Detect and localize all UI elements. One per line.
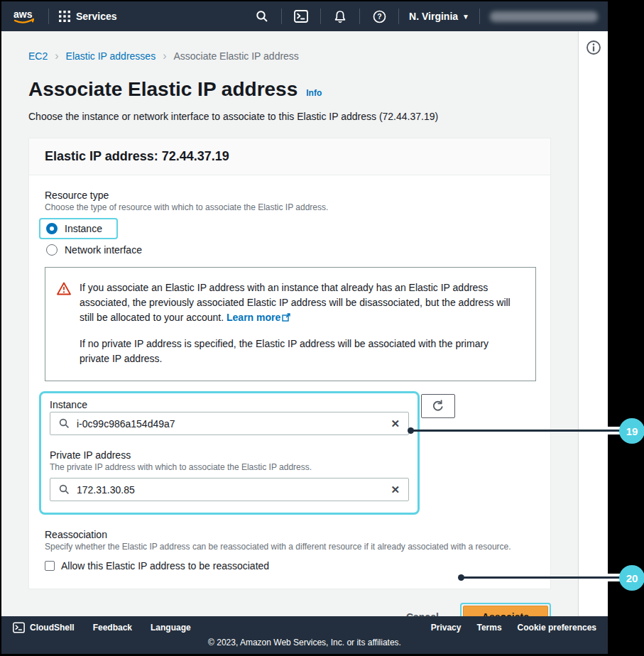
divider: [398, 9, 399, 24]
footer-copyright: © 2023, Amazon Web Services, Inc. or its…: [13, 638, 596, 647]
breadcrumb: EC2 › Elastic IP addresses › Associate E…: [28, 50, 551, 62]
warning-alert: If you associate an Elastic IP address w…: [45, 267, 536, 381]
divider: [281, 9, 282, 24]
checkbox-unchecked-icon[interactable]: [45, 561, 55, 571]
resource-type-description: Choose the type of resource with which t…: [45, 202, 535, 212]
help-button[interactable]: ?: [370, 7, 388, 26]
divider: [479, 9, 480, 24]
services-label: Services: [76, 11, 117, 22]
search-icon: [59, 484, 70, 495]
search-button[interactable]: [253, 7, 271, 26]
breadcrumb-ec2[interactable]: EC2: [28, 50, 48, 62]
reassociation-label: Reassociation: [45, 529, 535, 540]
radio-instance[interactable]: Instance: [46, 223, 102, 234]
footer-privacy-link[interactable]: Privacy: [431, 623, 462, 633]
clear-icon[interactable]: ✕: [391, 417, 400, 430]
help-panel-rail: [578, 31, 608, 616]
instance-label: Instance: [50, 399, 409, 410]
reassociation-description: Specify whether the Elastic IP address c…: [45, 542, 535, 552]
aws-logo-icon: aws: [11, 8, 38, 25]
learn-more-link[interactable]: Learn more: [227, 312, 290, 323]
aws-console-window: aws Services: [1, 1, 608, 654]
card-header: Elastic IP address: 72.44.37.19: [29, 138, 550, 175]
svg-text:aws: aws: [13, 9, 33, 20]
refresh-button[interactable]: [421, 394, 455, 418]
services-menu[interactable]: Services: [59, 11, 117, 22]
search-icon: [256, 10, 268, 23]
resource-type-label: Resource type: [45, 190, 535, 201]
breadcrumb-elastic-ips[interactable]: Elastic IP addresses: [66, 50, 156, 62]
radio-instance-label: Instance: [65, 223, 102, 234]
clear-icon[interactable]: ✕: [391, 483, 400, 496]
associate-button[interactable]: Associate: [463, 606, 548, 616]
notifications-button[interactable]: [331, 7, 349, 26]
cancel-button[interactable]: Cancel: [406, 611, 439, 616]
info-icon[interactable]: [586, 40, 601, 55]
instance-radio-highlight: Instance: [39, 218, 118, 239]
top-navigation-bar: aws Services: [1, 1, 608, 31]
chevron-right-icon: ›: [55, 50, 58, 62]
grid-icon: [59, 11, 70, 22]
instance-input[interactable]: i-0c99c986a154d49a7 ✕: [50, 412, 409, 435]
search-icon: [59, 418, 70, 429]
svg-text:?: ?: [377, 12, 381, 21]
private-ip-description: The private IP address with which to ass…: [50, 462, 409, 472]
footer-cloudshell-label: CloudShell: [30, 623, 75, 633]
callout-line-20: [461, 576, 621, 579]
cloudshell-icon: [13, 622, 25, 633]
divider: [48, 9, 49, 24]
divider: [320, 9, 321, 24]
private-ip-input[interactable]: 172.31.30.85 ✕: [50, 478, 409, 501]
callout-badge-20: 20: [619, 565, 644, 591]
private-ip-input-value: 172.31.30.85: [77, 484, 383, 496]
cloudshell-icon: [294, 10, 308, 23]
footer-terms-link[interactable]: Terms: [476, 623, 501, 633]
footer-feedback-link[interactable]: Feedback: [93, 623, 132, 633]
page-title: Associate Elastic IP address: [28, 78, 298, 101]
refresh-icon: [432, 400, 444, 412]
bell-icon: [334, 10, 346, 23]
radio-network-interface-label: Network interface: [65, 244, 142, 256]
radio-selected-icon[interactable]: [46, 223, 58, 234]
associate-form-card: Elastic IP address: 72.44.37.19 Resource…: [28, 138, 551, 589]
warning-triangle-icon: [57, 282, 71, 295]
footer-cookie-preferences-link[interactable]: Cookie preferences: [518, 623, 596, 633]
cloudshell-button[interactable]: [292, 7, 310, 26]
chevron-down-icon: ▼: [462, 13, 469, 21]
info-link[interactable]: Info: [306, 88, 322, 98]
chevron-right-icon: ›: [163, 50, 166, 62]
question-icon: ?: [373, 10, 386, 23]
callout-badge-19: 19: [619, 418, 644, 444]
aws-logo[interactable]: aws: [11, 8, 38, 25]
warning-paragraph-1: If you associate an Elastic IP address w…: [80, 280, 514, 325]
reassociation-checkbox-row[interactable]: Allow this Elastic IP address to be reas…: [45, 560, 535, 572]
reassociation-checkbox-label: Allow this Elastic IP address to be reas…: [61, 560, 269, 572]
footer-cloudshell-link[interactable]: CloudShell: [13, 622, 75, 633]
breadcrumb-current: Associate Elastic IP address: [173, 50, 298, 62]
footer-language-link[interactable]: Language: [151, 623, 191, 633]
callout-dot-20: [458, 574, 464, 581]
external-link-icon: [282, 313, 290, 322]
account-name-redacted[interactable]: [490, 11, 598, 22]
warning-paragraph-2: If no private IP address is specified, t…: [80, 337, 514, 366]
callout-dot-19: [408, 427, 414, 434]
main-content: EC2 › Elastic IP addresses › Associate E…: [1, 31, 578, 616]
radio-unselected-icon[interactable]: [46, 244, 58, 256]
region-label: N. Virginia: [409, 11, 458, 22]
divider: [359, 9, 360, 24]
instance-input-value: i-0c99c986a154d49a7: [77, 418, 383, 430]
card-title: Elastic IP address: 72.44.37.19: [45, 149, 535, 164]
instance-fields-highlight: Instance i-0c99c986a154d49a7 ✕ Private I…: [39, 391, 420, 515]
associate-button-highlight: Associate: [460, 603, 551, 616]
footer: CloudShell Feedback Language Privacy Ter…: [1, 616, 608, 654]
private-ip-label: Private IP address: [50, 449, 409, 461]
region-selector[interactable]: N. Virginia ▼: [409, 11, 469, 22]
radio-network-interface[interactable]: Network interface: [45, 244, 535, 256]
callout-line-19: [410, 430, 621, 432]
page-subtitle: Choose the instance or network interface…: [28, 111, 551, 122]
